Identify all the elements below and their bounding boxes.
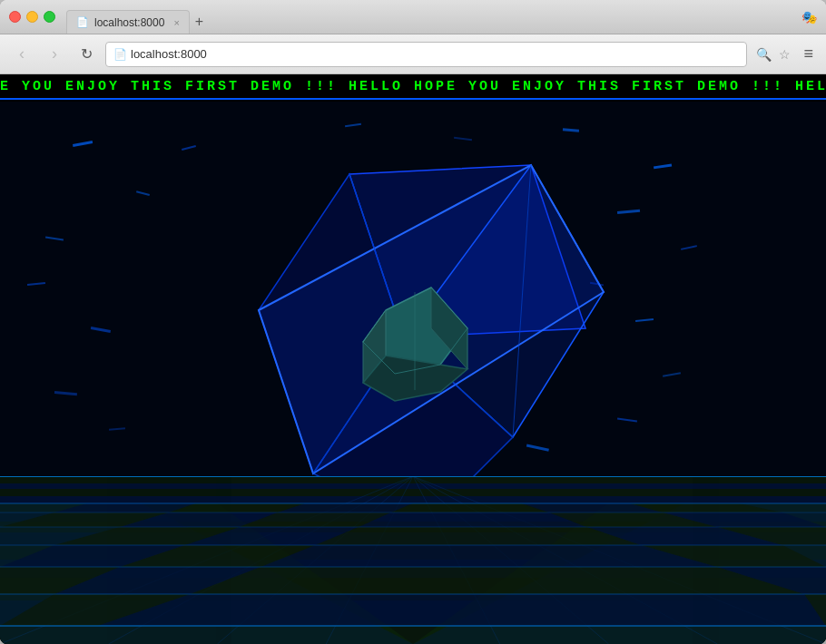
svg-rect-15 [454,137,472,141]
maximize-button[interactable] [44,11,55,23]
svg-rect-18 [27,282,45,286]
svg-marker-74 [359,512,586,527]
svg-rect-12 [109,427,125,431]
svg-rect-43 [0,483,826,489]
svg-rect-3 [136,190,150,196]
reload-button[interactable]: ↻ [74,43,98,66]
svg-rect-5 [45,237,64,241]
title-bar: 📄 localhost:8000 × + 🎭 [0,0,826,34]
svg-rect-10 [663,372,681,376]
svg-rect-45 [0,496,826,503]
svg-marker-80 [315,527,641,545]
svg-rect-9 [54,391,77,395]
svg-marker-85 [261,545,717,567]
svg-rect-6 [681,245,697,250]
tab-title: localhost:8000 [94,16,164,29]
tab-doc-icon: 📄 [76,16,89,28]
svg-rect-42 [0,476,826,483]
back-button[interactable]: ‹ [9,42,34,67]
forward-button[interactable]: › [42,42,67,67]
tab-area: 📄 localhost:8000 × + [66,0,794,34]
svg-rect-7 [91,327,111,333]
window-controls: 🎭 [801,10,817,24]
svg-rect-16 [345,123,361,127]
browser-window: 📄 localhost:8000 × + 🎭 ‹ › ↻ 📄 🔍 ☆ ≡ E Y… [0,0,826,644]
page-content: E YOU ENJOY THIS FIRST DEMO !!! HELLO HO… [0,74,826,644]
cube-container [186,147,640,510]
svg-rect-44 [0,489,826,496]
address-input[interactable] [131,47,739,61]
bookmark-button[interactable]: ☆ [777,47,792,62]
toolbar: ‹ › ↻ 📄 🔍 ☆ ≡ [0,34,826,74]
traffic-lights [9,11,55,23]
svg-rect-1 [563,128,579,132]
window-icon: 🎭 [801,10,817,24]
close-button[interactable] [9,11,21,23]
marquee-container: E YOU ENJOY THIS FIRST DEMO !!! HELLO HO… [0,74,826,100]
menu-button[interactable]: ≡ [800,44,817,63]
address-bar: 📄 [105,42,747,67]
svg-marker-89 [191,567,805,594]
cube-svg [186,147,640,510]
svg-rect-2 [654,164,672,170]
floor-grid [0,476,826,644]
svg-rect-0 [73,141,93,147]
address-doc-icon: 📄 [113,48,127,61]
address-actions: 🔍 ☆ [754,47,792,62]
new-tab-button[interactable]: + [190,10,209,34]
search-icon-button[interactable]: 🔍 [754,47,773,62]
tab-close-button[interactable]: × [173,17,179,28]
browser-tab[interactable]: 📄 localhost:8000 × [66,10,190,34]
scene-area [0,102,826,644]
marquee-text: E YOU ENJOY THIS FIRST DEMO !!! HELLO HO… [0,79,826,94]
minimize-button[interactable] [26,11,38,23]
svg-marker-93 [98,594,826,626]
svg-marker-68 [391,503,549,512]
